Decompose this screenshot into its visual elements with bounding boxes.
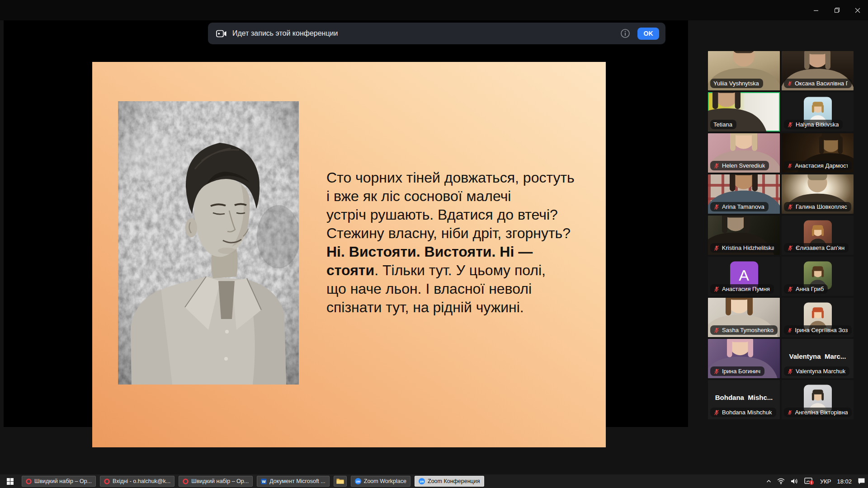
participant-tile[interactable]: Arina Tamanova xyxy=(708,174,780,214)
shared-screen-stage: Сто чорних тіней довжаться, ростутьі вже… xyxy=(4,20,688,427)
taskbar-button-label: Швидкий набір – Ор... xyxy=(191,478,249,484)
window-controls xyxy=(806,0,868,20)
participant-name: Tetiana xyxy=(713,121,732,128)
participant-tile[interactable]: Helen Sverediuk xyxy=(708,133,780,173)
participant-name-label: Valentyna Marchuk xyxy=(784,366,849,376)
participant-name: Анастасия Пумня xyxy=(722,286,770,292)
participant-name-label: Галина Шовкопляс xyxy=(784,202,851,211)
presentation-slide: Сто чорних тіней довжаться, ростутьі вже… xyxy=(92,62,606,447)
participant-name-label: Єлизавета Сап'ян xyxy=(784,243,849,253)
muted-mic-icon xyxy=(787,368,793,375)
participant-name-label: Arina Tamanova xyxy=(710,202,769,211)
muted-mic-icon xyxy=(713,204,720,210)
recording-camera-icon xyxy=(216,30,227,38)
muted-mic-icon xyxy=(787,163,793,169)
zoom-icon: zm xyxy=(355,478,361,484)
participant-tile[interactable]: A Анастасия Пумня xyxy=(708,257,780,296)
participant-tile[interactable]: Bohdana Mishc... Bohdana Mishchuk xyxy=(708,380,780,419)
participant-name-label: Анна Гриб xyxy=(784,284,828,294)
participant-name: Ірина Сергіївна Зозу... xyxy=(795,327,848,333)
participant-tile[interactable]: Анна Гриб xyxy=(782,257,854,296)
participant-name: Єлизавета Сап'ян xyxy=(796,244,844,251)
participant-tile[interactable]: Оксана Василівна Га... xyxy=(782,51,854,90)
windows-logo-icon xyxy=(7,478,14,485)
minimize-button[interactable] xyxy=(806,0,826,20)
taskbar-button[interactable]: WДокумент Microsoft ... xyxy=(257,476,330,487)
participant-name: Bohdana Mishchuk xyxy=(722,409,772,416)
participant-name-label: Анастасия Дармостук xyxy=(784,161,852,170)
participant-tile[interactable]: Sasha Tymoshenko xyxy=(708,298,780,337)
muted-mic-icon xyxy=(787,80,793,87)
muted-mic-icon xyxy=(713,286,720,292)
wifi-icon[interactable] xyxy=(777,478,785,484)
poem-line: і вже як ліс соснової малечі xyxy=(326,187,598,206)
participant-tile[interactable]: Єлизавета Сап'ян xyxy=(782,216,854,255)
taskbar-button[interactable]: Швидкий набір – Ор... xyxy=(22,476,96,487)
recording-banner: Идет запись этой конференции OK xyxy=(208,23,665,44)
language-indicator[interactable]: УКР xyxy=(820,478,831,485)
muted-mic-icon xyxy=(787,204,793,210)
participant-name-label: Оксана Василівна Га... xyxy=(784,79,852,88)
zoom-icon: zm xyxy=(419,478,425,484)
taskbar-button-label: Zoom Конференция xyxy=(428,478,480,484)
participants-gallery: Yuliia Vyshnytska Оксана Василівна Га...… xyxy=(708,51,854,419)
folder-icon xyxy=(336,478,344,484)
participant-name-label: Helen Sverediuk xyxy=(710,161,769,170)
participant-name-label: Ірина Сергіївна Зозу... xyxy=(784,325,852,335)
taskbar-button-label: Документ Microsoft ... xyxy=(269,478,326,484)
muted-mic-icon xyxy=(787,409,793,416)
action-center-icon[interactable] xyxy=(858,478,865,485)
participant-tile[interactable]: Ангеліна Вікторівна ... xyxy=(782,380,854,419)
close-button[interactable] xyxy=(847,0,868,20)
clock[interactable]: 18:02 xyxy=(837,478,852,485)
muted-mic-icon xyxy=(787,286,793,292)
poem-line: Ні. Вистояти. Вистояти. Ні — xyxy=(326,243,598,261)
taskbar-button[interactable]: Швидкий набір – Ор... xyxy=(179,476,253,487)
participant-tile[interactable]: Yuliia Vyshnytska xyxy=(708,51,780,90)
taskbar: Швидкий набір – Ор...Вхідні - o.halchuk@… xyxy=(0,474,868,488)
poem-line: Стежину власну, ніби дріт, згорнуть? xyxy=(326,224,598,243)
ok-button[interactable]: OK xyxy=(637,28,659,40)
taskbar-button[interactable]: Вхідні - o.halchuk@k... xyxy=(100,476,175,487)
taskbar-button-active[interactable]: zmZoom Конференция xyxy=(415,476,484,487)
hidden-icons-chevron-icon[interactable] xyxy=(766,479,771,483)
taskbar-button[interactable] xyxy=(334,476,347,487)
participant-name: Анна Гриб xyxy=(796,286,824,292)
participant-tile[interactable]: Kristina Hidzhelitska xyxy=(708,216,780,255)
participant-name-label: Sasha Tymoshenko xyxy=(710,325,778,335)
participant-name: Valentyna Marchuk xyxy=(796,368,845,375)
poem-line: устріч рушають. Вдатися до втечі? xyxy=(326,206,598,224)
participant-name-label: Ангеліна Вікторівна ... xyxy=(784,408,852,417)
participant-name-label: Yuliia Vyshnytska xyxy=(710,79,763,88)
taskbar-button-label: Zoom Workplace xyxy=(364,478,406,484)
opera-icon xyxy=(183,479,189,484)
volume-icon[interactable] xyxy=(791,478,798,484)
participant-tile[interactable]: Ірина Богинич xyxy=(708,339,780,378)
participant-name-label: Bohdana Mishchuk xyxy=(710,408,776,417)
restore-icon xyxy=(834,7,840,13)
svg-text:zm: zm xyxy=(356,480,360,483)
taskbar-button[interactable]: zmZoom Workplace xyxy=(351,476,410,487)
restore-button[interactable] xyxy=(826,0,847,20)
participant-name: Yuliia Vyshnytska xyxy=(713,80,759,87)
screen-notification-icon[interactable] xyxy=(804,477,814,485)
recording-banner-text: Идет запись этой конференции xyxy=(232,29,338,38)
participant-tile[interactable]: Анастасия Дармостук xyxy=(782,133,854,173)
participant-tile[interactable]: Ірина Сергіївна Зозу... xyxy=(782,298,854,337)
system-tray: УКР 18:02 xyxy=(766,474,865,488)
info-icon[interactable] xyxy=(620,28,630,38)
poem-line: що наче льон. І власної неволі xyxy=(326,280,598,298)
participant-tile[interactable]: Halyna Bitkivska xyxy=(782,92,854,131)
participant-name: Ірина Богинич xyxy=(722,368,760,375)
participant-name: Sasha Tymoshenko xyxy=(722,327,774,333)
muted-mic-icon xyxy=(713,327,720,333)
poem-line: спізнати тут, на рідній чужині. xyxy=(326,298,598,317)
muted-mic-icon xyxy=(787,122,793,128)
participant-name-label: Tetiana xyxy=(710,120,736,129)
participant-tile[interactable]: Галина Шовкопляс xyxy=(782,174,854,214)
participant-tile[interactable]: Valentyna Marc... Valentyna Marchuk xyxy=(782,339,854,378)
start-button[interactable] xyxy=(0,474,20,488)
participant-name: Kristina Hidzhelitska xyxy=(722,244,774,251)
participant-name-label: Kristina Hidzhelitska xyxy=(710,243,778,253)
participant-tile[interactable]: Tetiana xyxy=(708,92,780,131)
